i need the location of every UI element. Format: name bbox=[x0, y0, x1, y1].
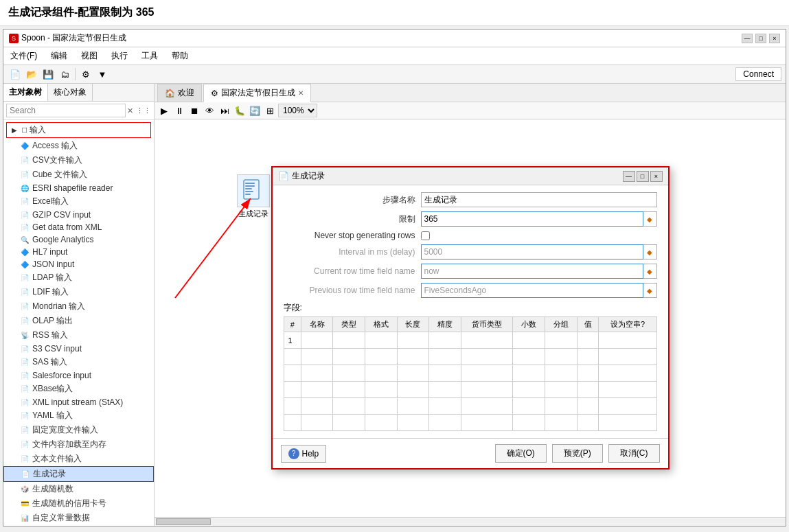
limit-input[interactable] bbox=[421, 211, 643, 227]
play-button[interactable]: ▶ bbox=[157, 104, 171, 117]
search-input[interactable] bbox=[6, 104, 126, 117]
never-stop-label: Never stop generating rows bbox=[284, 231, 421, 240]
minimize-button[interactable]: — bbox=[742, 34, 753, 43]
sidebar-item-ldif[interactable]: 📄 LDIF 输入 bbox=[3, 285, 154, 299]
sidebar-item-google[interactable]: 🔍 Google Analytics bbox=[3, 233, 154, 246]
sidebar-item-esri[interactable]: 🌐 ESRI shapefile reader bbox=[3, 182, 154, 194]
open-button[interactable]: 📂 bbox=[24, 67, 39, 82]
cell-null-string[interactable] bbox=[599, 332, 656, 349]
grid-button[interactable]: ⊞ bbox=[263, 104, 277, 117]
new-file-button[interactable]: 📄 bbox=[8, 67, 23, 82]
scrollbar-thumb[interactable] bbox=[156, 518, 211, 525]
pause-button[interactable]: ⏸ bbox=[172, 104, 186, 117]
close-button[interactable]: × bbox=[769, 34, 780, 43]
sidebar-tab-core[interactable]: 核心对象 bbox=[48, 84, 93, 101]
stop-button[interactable]: ⏹ bbox=[187, 104, 201, 117]
menu-file[interactable]: 文件(F) bbox=[8, 49, 40, 63]
settings-button[interactable]: ⚙ bbox=[78, 67, 93, 82]
confirm-button[interactable]: 确定(O) bbox=[495, 444, 547, 463]
menu-view[interactable]: 视图 bbox=[78, 49, 100, 63]
zoom-select[interactable]: 50% 75% 100% 150% 200% bbox=[278, 104, 317, 117]
save-all-button[interactable]: 🗂 bbox=[57, 67, 72, 82]
sidebar-item-getdata[interactable]: 📄 Get data from XML bbox=[3, 221, 154, 233]
sidebar-item-sas[interactable]: 📄 SAS 输入 bbox=[3, 355, 154, 369]
menu-help[interactable]: 帮助 bbox=[169, 49, 191, 63]
sidebar-item-customconst[interactable]: 📊 自定义常量数据 bbox=[3, 511, 154, 525]
sidebar-item-salesforce[interactable]: 📄 Salesforce input bbox=[3, 369, 154, 382]
prev-row-diamond-button[interactable]: ◆ bbox=[643, 283, 657, 298]
cell-name[interactable] bbox=[301, 332, 333, 349]
step-name-input[interactable] bbox=[421, 192, 657, 207]
sidebar-item-xbase[interactable]: 📄 XBase输入 bbox=[3, 382, 154, 396]
sidebar-item-gzip[interactable]: 📄 GZIP CSV input bbox=[3, 209, 154, 221]
sidebar-item-rss[interactable]: 📡 RSS 输入 bbox=[3, 328, 154, 343]
preview-button-footer[interactable]: 预览(P) bbox=[552, 444, 603, 463]
sidebar-item-olap[interactable]: 📄 OLAP 输出 bbox=[3, 314, 154, 328]
sidebar-item-fixedwidth[interactable]: 📄 固定宽度文件输入 bbox=[3, 423, 154, 437]
interval-input[interactable] bbox=[421, 244, 643, 259]
dialog-maximize-button[interactable]: □ bbox=[637, 171, 649, 182]
tab-welcome[interactable]: 🏠 欢迎 bbox=[157, 84, 202, 102]
sidebar-item-ldap[interactable]: 📄 LDAP 输入 bbox=[3, 270, 154, 285]
sidebar-item-genrandcc[interactable]: 💳 生成随机的信用卡号 bbox=[3, 496, 154, 511]
google-icon: 🔍 bbox=[20, 235, 30, 244]
horizontal-scrollbar[interactable] bbox=[155, 517, 786, 526]
maximize-button[interactable]: □ bbox=[755, 34, 766, 43]
menu-run[interactable]: 执行 bbox=[108, 49, 130, 63]
sidebar-item-genrows[interactable]: 📄 生成记录 bbox=[3, 466, 154, 482]
cell-format[interactable] bbox=[365, 332, 398, 349]
dropdown-button[interactable]: ▼ bbox=[95, 67, 110, 82]
sidebar-item-xmlstream[interactable]: 📄 XML input stream (StAX) bbox=[3, 396, 154, 408]
cell-grouping[interactable] bbox=[545, 332, 578, 349]
cancel-button[interactable]: 取消(C) bbox=[608, 444, 660, 463]
cell-length[interactable] bbox=[397, 332, 429, 349]
step-run-button[interactable]: ⏭ bbox=[218, 104, 231, 117]
step-name-row: 步骤名称 bbox=[284, 192, 657, 207]
sidebar-tab-main[interactable]: 主对象树 bbox=[3, 84, 48, 101]
cell-decimal[interactable] bbox=[513, 332, 545, 349]
current-row-diamond-button[interactable]: ◆ bbox=[643, 264, 657, 279]
sidebar-menu-icon[interactable]: ⋮⋮ bbox=[136, 106, 151, 115]
sidebar-item-cube[interactable]: 📄 Cube 文件输入 bbox=[3, 167, 154, 182]
cell-value[interactable] bbox=[577, 332, 599, 349]
search-clear-icon[interactable]: ✕ bbox=[127, 106, 133, 115]
sidebar-item-genrandom[interactable]: 🎲 生成随机数 bbox=[3, 482, 154, 496]
sidebar-item-hl7[interactable]: 🔷 HL7 input bbox=[3, 246, 154, 258]
current-row-input[interactable] bbox=[421, 264, 643, 279]
debug-button[interactable]: 🐛 bbox=[233, 104, 247, 117]
connect-button[interactable]: Connect bbox=[735, 67, 781, 81]
cell-precision[interactable] bbox=[429, 332, 461, 349]
sidebar-item-folder-input[interactable]: ▶ □ 输入 bbox=[6, 122, 151, 138]
ldap-icon: 📄 bbox=[20, 273, 30, 283]
tab-close-icon[interactable]: ✕ bbox=[298, 89, 304, 97]
tab-main[interactable]: ⚙ 国家法定节假日生成 ✕ bbox=[203, 84, 311, 102]
sidebar-item-json[interactable]: 🔷 JSON input bbox=[3, 258, 154, 270]
help-button[interactable]: ? Help bbox=[281, 445, 327, 463]
col-null-string: 设为空串? bbox=[599, 317, 656, 332]
table-row[interactable]: 1 bbox=[284, 332, 656, 349]
sidebar-item-excel[interactable]: 📄 Excel输入 bbox=[3, 194, 154, 209]
sidebar-item-access[interactable]: 🔷 Access 输入 bbox=[3, 139, 154, 153]
limit-diamond-button[interactable]: ◆ bbox=[643, 211, 657, 227]
menu-edit[interactable]: 编辑 bbox=[48, 49, 70, 63]
sidebar-item-csv[interactable]: 📄 CSV文件输入 bbox=[3, 153, 154, 167]
cell-currency[interactable] bbox=[461, 332, 513, 349]
sidebar-item-filecontent[interactable]: 📄 文件内容加载至内存 bbox=[3, 437, 154, 452]
prev-row-input[interactable] bbox=[421, 283, 643, 298]
sidebar-item-mondrian[interactable]: 📄 Mondrian 输入 bbox=[3, 299, 154, 314]
menu-tools[interactable]: 工具 bbox=[139, 49, 161, 63]
preview-button[interactable]: 👁 bbox=[203, 104, 216, 117]
cell-type[interactable] bbox=[333, 332, 365, 349]
never-stop-checkbox[interactable] bbox=[421, 231, 430, 240]
sidebar-item-yaml[interactable]: 📄 YAML 输入 bbox=[3, 408, 154, 423]
sidebar-item-s3csv[interactable]: 📄 S3 CSV input bbox=[3, 343, 154, 355]
sidebar-item-textfile[interactable]: 📄 文本文件输入 bbox=[3, 452, 154, 466]
save-button[interactable]: 💾 bbox=[41, 67, 56, 82]
dialog-minimize-button[interactable]: — bbox=[623, 171, 635, 182]
sidebar-item-getsubdir[interactable]: 📁 获取子目录名 bbox=[3, 525, 154, 526]
replay-button[interactable]: 🔄 bbox=[248, 104, 262, 117]
yaml-icon: 📄 bbox=[20, 411, 30, 421]
sidebar-search-bar: ✕ ⋮⋮ bbox=[3, 102, 154, 120]
interval-diamond-button[interactable]: ◆ bbox=[643, 244, 657, 259]
dialog-close-button[interactable]: × bbox=[650, 171, 663, 182]
